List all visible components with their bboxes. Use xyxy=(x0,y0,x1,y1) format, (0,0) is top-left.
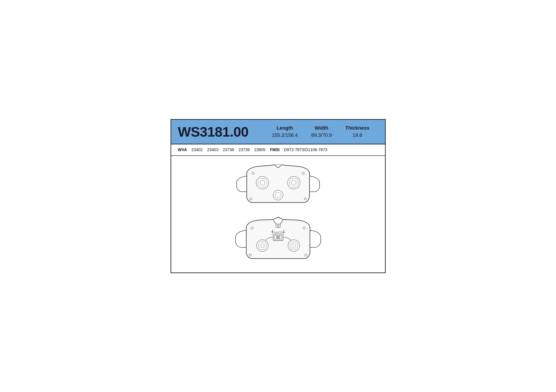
header-section: WS3181.00 Length 155.2/156.4 Width 69.3/… xyxy=(171,120,385,144)
product-card: WS3181.00 Length 155.2/156.4 Width 69.3/… xyxy=(170,119,386,273)
svg-point-25 xyxy=(261,244,264,247)
fmsi-value: D972-7873/D1106-7873 xyxy=(284,148,327,152)
brake-pad-rear xyxy=(215,214,341,264)
svg-point-31 xyxy=(249,254,251,256)
svg-rect-15 xyxy=(277,225,279,227)
length-label: Length xyxy=(277,125,293,131)
thickness-col: Thickness 19.8 xyxy=(345,125,370,138)
svg-point-11 xyxy=(250,198,252,200)
wva-label: WVA xyxy=(178,148,187,152)
width-label: Width xyxy=(315,125,328,131)
svg-point-8 xyxy=(275,192,281,198)
wva-num-2: 23403 xyxy=(207,148,218,152)
svg-point-6 xyxy=(292,180,296,185)
wva-num-5: 23805 xyxy=(254,148,265,152)
wva-num-3: 23738 xyxy=(223,148,234,152)
width-col: Width 69.3/70.9 xyxy=(311,125,332,138)
svg-point-10 xyxy=(302,172,304,174)
drawing-area xyxy=(171,156,385,273)
fmsi-label: FMSI xyxy=(270,148,279,152)
dimensions-group: Length 155.2/156.4 Width 69.3/70.9 Thick… xyxy=(263,125,378,138)
svg-point-12 xyxy=(304,198,307,200)
brake-pad-front xyxy=(215,163,341,207)
thickness-value: 19.8 xyxy=(353,132,362,138)
length-value: 155.2/156.4 xyxy=(272,132,298,138)
svg-point-28 xyxy=(292,244,296,247)
svg-point-9 xyxy=(252,172,254,174)
svg-point-32 xyxy=(305,254,307,256)
thickness-label: Thickness xyxy=(345,125,370,131)
length-col: Length 155.2/156.4 xyxy=(272,125,298,138)
width-value: 69.3/70.9 xyxy=(311,132,332,138)
part-number: WS3181.00 xyxy=(178,124,254,140)
wva-num-4: 23739 xyxy=(239,148,250,152)
svg-point-3 xyxy=(260,180,265,185)
wva-num-1: 23402 xyxy=(191,148,203,152)
svg-point-29 xyxy=(251,227,253,229)
wva-row: WVA 23402 23403 23738 23739 23805 FMSI D… xyxy=(171,144,385,156)
svg-point-30 xyxy=(303,227,305,229)
